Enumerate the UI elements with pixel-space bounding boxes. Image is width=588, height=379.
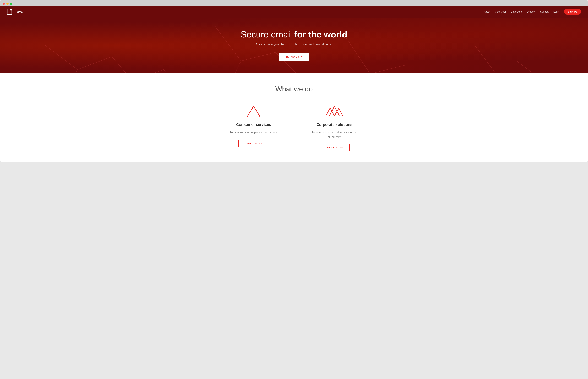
consumer-learn-more-button[interactable]: LEARN MORE — [238, 140, 269, 147]
hero-signup-button[interactable]: SIGN UP — [279, 53, 309, 61]
what-we-do-section: What we do Consumer services For you and… — [0, 73, 588, 162]
nav-links: About Consumer Enterprise Security Suppo… — [484, 9, 581, 15]
nav-link-about[interactable]: About — [484, 10, 490, 13]
consumer-card-title: Consumer services — [236, 122, 271, 127]
hero-title-regular: Secure email — [241, 29, 294, 39]
mountain-single-icon — [245, 104, 262, 119]
nav-link-login[interactable]: Login — [554, 10, 559, 13]
close-button[interactable] — [3, 2, 5, 5]
window-chrome — [0, 0, 588, 5]
minimize-button[interactable] — [6, 2, 9, 5]
consumer-card-desc: For you and the people you care about. — [230, 130, 278, 135]
navigation: Lavabit About Consumer Enterprise Securi… — [0, 5, 588, 18]
logo-icon — [7, 9, 13, 15]
hero-signup-label: SIGN UP — [291, 56, 302, 59]
hero-title: Secure email for the world — [241, 29, 347, 40]
corporate-card: Corporate solutions For your business—wh… — [297, 104, 371, 151]
hero-subtitle: Because everyone has the right to commun… — [241, 43, 347, 46]
nav-link-enterprise[interactable]: Enterprise — [511, 10, 522, 13]
hero-title-bold: for the world — [294, 29, 347, 39]
nav-link-security[interactable]: Security — [527, 10, 535, 13]
corporate-card-desc: For your business—whatever the size or i… — [310, 130, 358, 139]
maximize-button[interactable] — [10, 2, 12, 5]
nav-signup-button[interactable]: Sign Up — [564, 9, 581, 15]
logo-text: Lavabit — [15, 9, 28, 14]
cards-grid: Consumer services For you and the people… — [217, 104, 371, 151]
corporate-card-title: Corporate solutions — [316, 122, 352, 127]
corporate-learn-more-button[interactable]: LEARN MORE — [319, 144, 350, 151]
hero-section: Secure email for the world Because every… — [0, 18, 588, 73]
consumer-card: Consumer services For you and the people… — [217, 104, 291, 151]
nav-link-consumer[interactable]: Consumer — [495, 10, 506, 13]
hero-content: Secure email for the world Because every… — [241, 29, 347, 61]
mountain-group-icon — [326, 104, 343, 119]
section-title: What we do — [7, 85, 581, 93]
logo[interactable]: Lavabit — [7, 9, 28, 15]
person-add-icon — [286, 56, 289, 59]
browser-content: Lavabit About Consumer Enterprise Securi… — [0, 5, 588, 162]
nav-link-support[interactable]: Support — [540, 10, 549, 13]
